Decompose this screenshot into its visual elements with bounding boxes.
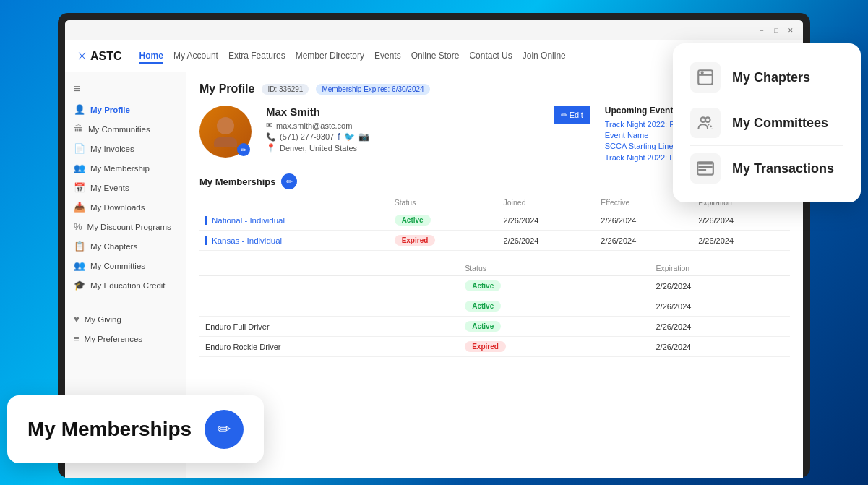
logo-text: ASTC xyxy=(90,50,122,63)
sidebar-label-my-profile: My Profile xyxy=(90,106,130,114)
edit-profile-button[interactable]: ✏ Edit xyxy=(554,106,590,124)
invoices-icon: 📄 xyxy=(74,143,85,154)
col-joined: Joined xyxy=(498,195,596,210)
transactions-popup-label: My Transactions xyxy=(732,161,834,176)
profile-location: 📍 Denver, United States xyxy=(266,143,369,153)
profile-email: ✉ max.smith@astc.com xyxy=(266,121,369,130)
logo: ✳ ASTC xyxy=(77,48,122,64)
nav-extra-features[interactable]: Extra Features xyxy=(228,49,285,64)
extras-table: Status Expiration Active 2/26/2024 xyxy=(199,261,790,357)
nav-member-directory[interactable]: Member Directory xyxy=(296,49,364,64)
sidebar-item-my-profile[interactable]: 👤 My Profile xyxy=(65,100,186,119)
memberships-popup-label: My Memberships xyxy=(27,418,192,441)
popup-item-chapters[interactable]: My Chapters xyxy=(690,55,843,100)
discount-icon: % xyxy=(74,221,82,232)
window-controls[interactable]: − □ ✕ xyxy=(757,25,796,35)
nav-contact-us[interactable]: Contact Us xyxy=(469,49,512,64)
popup-item-transactions[interactable]: My Transactions xyxy=(690,146,843,191)
logo-icon: ✳ xyxy=(77,48,87,64)
profile-icon: 👤 xyxy=(74,104,85,115)
sidebar-label-my-committies: My Committies xyxy=(90,262,145,270)
profile-name: Max Smith xyxy=(266,106,369,118)
popup-chapters-card: My Chapters My Committees My Transaction… xyxy=(673,43,861,202)
memberships-edit-button[interactable]: ✏ xyxy=(281,173,297,189)
maximize-button[interactable]: □ xyxy=(771,25,781,35)
phone-icon: 📞 xyxy=(266,132,276,142)
preferences-icon: ≡ xyxy=(74,333,80,344)
table-row: Active 2/26/2024 xyxy=(199,296,790,317)
membership-name-0[interactable]: National - Individual xyxy=(205,216,285,225)
sidebar-label-my-events: My Events xyxy=(90,184,129,192)
nav-home[interactable]: Home xyxy=(139,49,163,64)
extras-col-empty xyxy=(616,261,650,276)
svg-point-0 xyxy=(217,117,234,134)
sidebar-item-my-events[interactable]: 📅 My Events xyxy=(65,178,186,197)
expiration-0: 2/26/2024 xyxy=(692,210,790,231)
sidebar-item-my-chapters[interactable]: 📋 My Chapters xyxy=(65,236,186,256)
nav-online-store[interactable]: Online Store xyxy=(411,49,460,64)
avatar-wrapper: ✏ xyxy=(199,106,252,158)
sidebar-label-my-communities: My Communities xyxy=(88,125,150,134)
nav-join-online[interactable]: Join Online xyxy=(523,49,566,64)
joined-0: 2/26/2024 xyxy=(498,210,596,231)
extras-name-2: Enduro Full Driver xyxy=(199,317,459,337)
sidebar-item-my-giving[interactable]: ♥ My Giving xyxy=(65,309,186,329)
joined-1: 2/26/2024 xyxy=(498,231,596,251)
nav-my-account[interactable]: My Account xyxy=(173,49,218,64)
avatar-edit-badge[interactable]: ✏ xyxy=(237,143,250,156)
sidebar-item-my-downloads[interactable]: 📥 My Downloads xyxy=(65,197,186,217)
profile-phone: 📞 (571) 277-9307 f 🐦 📷 xyxy=(266,132,369,142)
table-row: National - Individual Active 2/26/2024 2… xyxy=(199,210,790,231)
membership-name-1[interactable]: Kansas - Individual xyxy=(205,236,282,245)
email-icon: ✉ xyxy=(266,121,272,130)
extras-status-3: Expired xyxy=(465,341,506,352)
popup-item-committees[interactable]: My Committees xyxy=(690,100,843,146)
sidebar-item-my-discount-programs[interactable]: % My Discount Programs xyxy=(65,217,186,236)
status-badge-1: Expired xyxy=(395,235,436,246)
close-button[interactable]: ✕ xyxy=(786,25,796,35)
sidebar-label-my-invoices: My Invoices xyxy=(90,145,134,153)
table-row: Active 2/26/2024 xyxy=(199,276,790,296)
membership-expires-badge: Membership Expires: 6/30/2024 xyxy=(316,84,429,95)
location-icon: 📍 xyxy=(266,143,276,153)
minimize-button[interactable]: − xyxy=(757,25,767,35)
extras-status-1: Active xyxy=(465,301,501,312)
extras-status-0: Active xyxy=(465,280,501,291)
sidebar-label-my-membership: My Membership xyxy=(90,164,150,173)
events-icon: 📅 xyxy=(74,182,85,193)
extras-status-2: Active xyxy=(465,321,501,332)
extras-expiration-3: 2/26/2024 xyxy=(650,337,790,357)
table-row: Enduro Rockie Driver Expired 2/26/2024 xyxy=(199,337,790,357)
sidebar-item-my-membership[interactable]: 👥 My Membership xyxy=(65,158,186,178)
sidebar-item-my-invoices[interactable]: 📄 My Invoices xyxy=(65,139,186,158)
sidebar-menu-icon[interactable]: ≡ xyxy=(65,78,186,100)
sidebar-item-my-education-credit[interactable]: 🎓 My Education Credit xyxy=(65,275,186,295)
committees-popup-icon xyxy=(690,108,721,138)
table-row: Enduro Full Driver Active 2/26/2024 xyxy=(199,317,790,337)
extras-col-status: Status xyxy=(459,261,616,276)
svg-point-6 xyxy=(705,117,710,122)
profile-info: Max Smith ✉ max.smith@astc.com 📞 (571) 2… xyxy=(266,106,590,162)
memberships-popup-edit-button[interactable]: ✏ xyxy=(205,410,244,449)
committees-popup-label: My Committees xyxy=(732,116,828,131)
svg-point-4 xyxy=(702,72,703,73)
sidebar-label-my-education-credit: My Education Credit xyxy=(90,281,166,290)
transactions-popup-icon xyxy=(690,153,721,184)
sidebar-item-my-committies[interactable]: 👥 My Committies xyxy=(65,256,186,275)
nav-events[interactable]: Events xyxy=(374,49,401,64)
sidebar-label-my-giving: My Giving xyxy=(85,315,121,324)
svg-rect-2 xyxy=(698,70,713,85)
membership-icon: 👥 xyxy=(74,163,85,173)
sidebar-item-my-preferences[interactable]: ≡ My Preferences xyxy=(65,329,186,348)
main-nav: Home My Account Extra Features Member Di… xyxy=(139,49,566,64)
col-name xyxy=(199,195,389,210)
page-title: My Profile xyxy=(199,82,254,95)
downloads-icon: 📥 xyxy=(74,202,85,213)
extras-expiration-1: 2/26/2024 xyxy=(650,296,790,317)
giving-icon: ♥ xyxy=(74,314,80,325)
extras-expiration-0: 2/26/2024 xyxy=(650,276,790,296)
status-badge-0: Active xyxy=(395,215,431,226)
extras-col-name xyxy=(199,261,459,276)
sidebar-item-my-communities[interactable]: 🏛 My Communities xyxy=(65,119,186,139)
memberships-title: My Memberships xyxy=(199,176,275,187)
